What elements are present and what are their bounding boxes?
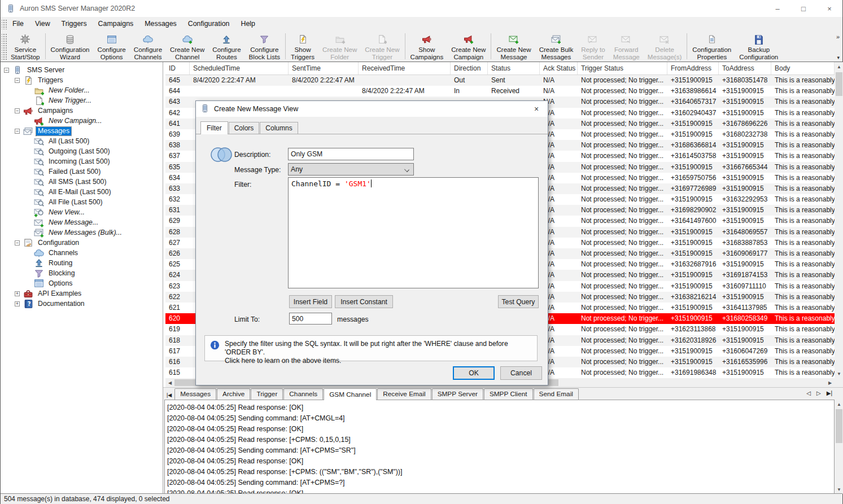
insert-field-button[interactable]: Insert Field: [289, 295, 332, 308]
column-header-trigger-status[interactable]: Trigger Status: [578, 62, 667, 74]
toolbar-reply-to-sender[interactable]: Reply to Sender: [577, 31, 609, 62]
close-icon[interactable]: ×: [525, 101, 548, 117]
channel-tab-archive[interactable]: Archive: [217, 388, 250, 400]
tree-item-all-sms-last-500[interactable]: All SMS (Last 500): [1, 177, 163, 187]
tab-next-icon[interactable]: ▷: [816, 390, 821, 396]
menu-messages[interactable]: Messages: [139, 17, 182, 31]
toolbar-grip[interactable]: [2, 33, 7, 60]
toolbar-backup-configuration[interactable]: Backup Configuration: [735, 31, 782, 62]
ok-button[interactable]: OK: [453, 366, 495, 380]
table-vscroll-thumb[interactable]: [836, 72, 842, 96]
tree-expander-icon[interactable]: +: [15, 301, 20, 306]
column-header-id[interactable]: ID: [165, 62, 190, 74]
tree-expander-icon[interactable]: −: [15, 78, 20, 83]
insert-constant-button[interactable]: Insert Constant: [335, 295, 393, 308]
menu-triggers[interactable]: Triggers: [56, 17, 93, 31]
cancel-button[interactable]: Cancel: [500, 366, 542, 380]
log-vscroll-thumb[interactable]: [836, 409, 842, 443]
menu-file[interactable]: File: [7, 17, 29, 31]
channel-tab-messages[interactable]: Messages: [174, 388, 216, 400]
column-header-status[interactable]: Status: [488, 62, 540, 74]
tree-item-new-messages-bulk[interactable]: New Messages (Bulk)...: [1, 227, 163, 238]
column-header-scheduledtime[interactable]: ScheduledTime: [190, 62, 289, 74]
tree-item-outgoing-last-500[interactable]: Outgoing (Last 500): [1, 146, 163, 156]
channel-tab-smpp-server[interactable]: SMPP Server: [432, 388, 483, 400]
table-row[interactable]: 6448/4/2020 2:22:47 AMInReceivedN/ANot p…: [165, 86, 835, 97]
tree-item-failed-last-500[interactable]: Failed (Last 500): [1, 166, 163, 177]
tab-prev-icon[interactable]: ◁: [806, 390, 811, 396]
channel-tab-smpp-client[interactable]: SMPP Client: [484, 388, 533, 400]
test-query-button[interactable]: Test Query: [498, 295, 539, 308]
tree-item-messages[interactable]: −Messages: [1, 126, 163, 136]
close-icon[interactable]: ×: [816, 0, 842, 17]
tree-item-all-e-mail-last-500[interactable]: All E-Mail (Last 500): [1, 187, 163, 197]
description-input[interactable]: Only GSM: [288, 148, 414, 160]
tree-item-all-file-last-500[interactable]: All File (Last 500): [1, 197, 163, 207]
dialog-title-bar[interactable]: Create New Message View ×: [196, 101, 548, 117]
channel-tab-trigger[interactable]: Trigger: [251, 388, 283, 400]
toolbar-service-start-stop[interactable]: Service Start/Stop: [7, 31, 44, 62]
tab-last-icon[interactable]: ▶|: [827, 390, 832, 396]
toolbar-show-triggers[interactable]: Show Triggers: [287, 31, 318, 62]
tree-item-blocking[interactable]: Blocking: [1, 268, 163, 278]
tree-item-sms-server[interactable]: −SMS Server: [1, 65, 163, 75]
tree-item-documentation[interactable]: +?Documentation: [1, 299, 163, 309]
tree-item-triggers[interactable]: −Triggers: [1, 75, 163, 85]
toolbar-create-new-message[interactable]: Create New Message: [492, 31, 535, 62]
scroll-down-icon[interactable]: ▼: [835, 485, 843, 494]
column-header-direction[interactable]: Direction: [451, 62, 488, 74]
table-row[interactable]: 6458/4/2020 2:22:47 AM8/4/2020 2:22:47 A…: [165, 75, 835, 86]
column-header-body[interactable]: Body: [771, 62, 835, 74]
menu-grip[interactable]: [2, 19, 7, 29]
menu-configuration[interactable]: Configuration: [182, 17, 235, 31]
tree-item-routing[interactable]: Routing: [1, 258, 163, 268]
minimize-icon[interactable]: –: [765, 0, 790, 17]
column-header-senttime[interactable]: SentTime: [289, 62, 359, 74]
tree-item-new-view[interactable]: New View...: [1, 207, 163, 217]
filter-textarea[interactable]: ChannelID = 'GSM1': [288, 177, 539, 288]
hint-line-2[interactable]: Click here to learn on the above items.: [225, 357, 341, 365]
maximize-icon[interactable]: □: [790, 0, 816, 17]
scroll-up-icon[interactable]: ▲: [835, 62, 843, 71]
tree-item-channels[interactable]: Channels: [1, 248, 163, 258]
menu-view[interactable]: View: [29, 17, 56, 31]
tree-expander-icon[interactable]: −: [15, 129, 20, 134]
toolbar-forward-message[interactable]: Forward Message: [609, 31, 644, 62]
tree-item-configuration[interactable]: −Configuration: [1, 238, 163, 248]
toolbar-overflow-more-icon[interactable]: »: [836, 33, 840, 40]
tree-item-new-message[interactable]: New Message...: [1, 217, 163, 227]
toolbar-create-new-trigger[interactable]: Create New Trigger: [361, 31, 403, 62]
message-type-select[interactable]: Any: [288, 163, 414, 176]
tree-expander-icon[interactable]: −: [15, 108, 20, 113]
toolbar-show-campaigns[interactable]: Show Campaigns: [407, 31, 448, 62]
toolbar-overflow-down-icon[interactable]: ▾: [837, 55, 840, 60]
tree-item-api-examples[interactable]: +API Examples: [1, 288, 163, 299]
tree-item-new-trigger[interactable]: New Trigger...: [1, 95, 163, 106]
menu-campaigns[interactable]: Campaigns: [93, 17, 139, 31]
column-header-toaddress[interactable]: ToAddress: [719, 62, 771, 74]
tree-item-new-folder[interactable]: New Folder...: [1, 85, 163, 95]
tree-expander-icon[interactable]: +: [15, 291, 20, 296]
toolbar-create-new-campaign[interactable]: Create New Campaign: [447, 31, 490, 62]
scroll-down-icon[interactable]: ▼: [835, 369, 843, 378]
tree-item-all-last-500[interactable]: All (Last 500): [1, 136, 163, 146]
toolbar-configuration-wizard[interactable]: Configuration Wizard: [47, 31, 94, 62]
scroll-left-icon[interactable]: ◀: [165, 378, 174, 387]
dialog-tab-columns[interactable]: Columns: [260, 122, 298, 134]
channel-tab-receive-email[interactable]: Receive Email: [377, 388, 431, 400]
channel-tab-send-email[interactable]: Send Email: [534, 388, 579, 400]
toolbar-configure-options[interactable]: Configure Options: [94, 31, 130, 62]
scroll-right-icon[interactable]: ▶: [825, 378, 835, 387]
toolbar-configure-routes[interactable]: Configure Routes: [208, 31, 244, 62]
toolbar-delete-message-s[interactable]: Delete Message(s): [644, 31, 686, 62]
menu-help[interactable]: Help: [235, 17, 260, 31]
column-header-ack-status[interactable]: Ack Status: [540, 62, 578, 74]
scroll-up-icon[interactable]: ▲: [835, 400, 843, 409]
tab-first-icon[interactable]: |◀: [163, 392, 174, 400]
toolbar-create-new-folder[interactable]: Create New Folder: [318, 31, 361, 62]
tree-item-incoming-last-500[interactable]: Incoming (Last 500): [1, 156, 163, 166]
toolbar-configure-block-lists[interactable]: Configure Block Lists: [245, 31, 284, 62]
limit-input[interactable]: 500: [289, 313, 332, 325]
toolbar-create-new-channel[interactable]: Create New Channel: [166, 31, 208, 62]
tree-item-new-campaign[interactable]: New Campaign...: [1, 116, 163, 126]
